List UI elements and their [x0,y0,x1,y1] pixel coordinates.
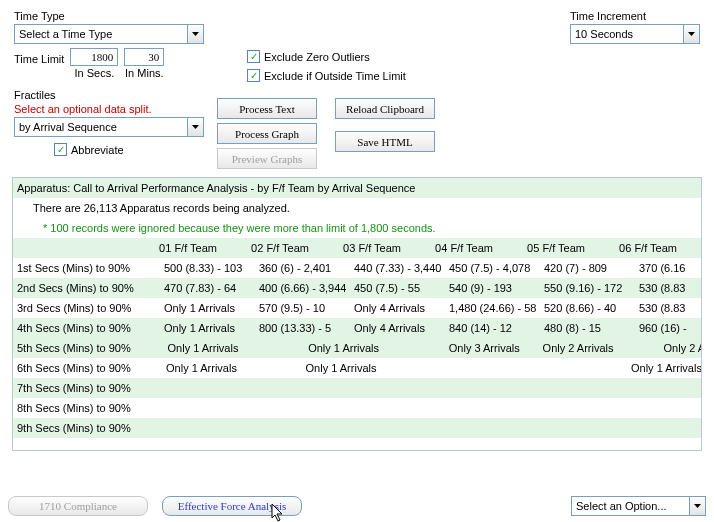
fractiles-label: Fractiles [14,89,209,101]
time-limit-label: Time Limit [14,53,64,65]
grid-scroll-area[interactable]: Apparatus: Call to Arrival Performance A… [13,178,701,450]
data-cell: Only 4 Arrivals [348,320,443,336]
exclude-zero-checkbox[interactable]: ✓ [247,50,260,63]
data-cell: 500 (8.33) - 103 [158,260,253,276]
data-cell [434,366,620,370]
data-cell: 440 (7.33) - 3,440 [348,260,443,276]
data-cell: Only 3 Arrivals [437,340,531,356]
row-label: 9th Secs (Mins) to 90% [13,420,158,436]
data-cell: 540 (9) - 193 [443,280,538,296]
grid-title: Apparatus: Call to Arrival Performance A… [17,182,415,194]
chevron-down-icon[interactable] [187,118,203,136]
tab-effective-force[interactable]: Effective Force Analysis [162,496,302,516]
exclude-zero-label: Exclude Zero Outliers [264,51,370,63]
results-grid: Apparatus: Call to Arrival Performance A… [12,177,702,451]
data-cell: Only 2 Arrivals [531,340,625,356]
data-cell: 470 (7.83) - 64 [158,280,253,296]
data-cell: 1,480 (24.66) - 58 [443,300,538,316]
column-header [13,246,153,250]
column-header: 03 F/f Team [337,240,429,256]
column-header: 05 F/f Team [521,240,613,256]
row-label: 4th Secs (Mins) to 90% [13,320,158,336]
fractiles-select[interactable]: by Arrival Sequence [14,117,204,137]
data-cell [155,386,701,390]
data-cell: 530 (8.83 [633,280,701,296]
row-label: 7th Secs (Mins) to 90% [13,380,155,396]
data-cell: 370 (6.16 [633,260,701,276]
data-cell: 840 (14) - 12 [443,320,538,336]
time-limit-mins-input[interactable] [124,48,164,66]
data-cell: 450 (7.5) - 4,078 [443,260,538,276]
data-cell: Only 2 Arrivals [625,340,701,356]
option-select[interactable]: Select an Option... [571,496,706,516]
data-cell: Only 1 Arrivals [248,360,434,376]
secs-label: In Secs. [74,67,114,79]
data-cell: Only 1 Arrivals [158,320,253,336]
row-label: 6th Secs (Mins) to 90% [13,360,155,376]
abbreviate-checkbox[interactable]: ✓ [54,143,67,156]
row-label: 5th Secs (Mins) to 90% [13,340,156,356]
time-limit-secs-input[interactable] [70,48,118,66]
time-type-select[interactable]: Select a Time Type [14,24,204,44]
preview-graphs-button: Preview Graphs [217,148,317,169]
time-type-label: Time Type [14,10,204,22]
chevron-down-icon[interactable] [683,25,699,43]
time-increment-label: Time Increment [570,10,646,22]
data-cell: 360 (6) - 2,401 [253,260,348,276]
data-cell: Only 1 Arrivals [156,340,250,356]
chevron-down-icon[interactable] [187,25,203,43]
data-cell: Only 1 Arrivals [158,300,253,316]
chevron-down-icon[interactable] [689,497,705,515]
data-cell: 530 (8.83 [633,300,701,316]
column-header: 06 F/f Team [613,240,701,256]
exclude-outside-label: Exclude if Outside Time Limit [264,70,406,82]
time-increment-select[interactable]: 10 Seconds [570,24,700,44]
data-cell: Only 1 Arrivals [620,360,701,376]
grid-subtitle: There are 26,113 Apparatus records being… [33,202,290,214]
fractiles-note: Select an optional data split. [14,103,209,115]
data-cell: Only 1 Arrivals [250,340,437,356]
reload-clipboard-button[interactable]: Reload Clipboard [335,98,435,119]
column-header: 01 F/f Team [153,240,245,256]
data-cell: 450 (7.5) - 55 [348,280,443,296]
data-cell: 570 (9.5) - 10 [253,300,348,316]
data-cell: 400 (6.66) - 3,944 [253,280,348,296]
mins-label: In Mins. [125,67,164,79]
process-graph-button[interactable]: Process Graph [217,123,317,144]
process-text-button[interactable]: Process Text [217,98,317,119]
row-label: 3rd Secs (Mins) to 90% [13,300,158,316]
grid-note: * 100 records were ignored because they … [43,222,436,234]
row-label: 2nd Secs (Mins) to 90% [13,280,158,296]
data-cell: Only 1 Arrivals [155,360,248,376]
column-header: 02 F/f Team [245,240,337,256]
row-label: 8th Secs (Mins) to 90% [13,400,158,416]
data-cell: 800 (13.33) - 5 [253,320,348,336]
abbreviate-label: Abbreviate [71,144,124,156]
column-header: 04 F/f Team [429,240,521,256]
data-cell: 960 (16) - [633,320,701,336]
tab-1710-compliance[interactable]: 1710 Compliance [8,496,148,516]
row-label: 1st Secs (Mins) to 90% [13,260,158,276]
data-cell: 550 (9.16) - 172 [538,280,633,296]
data-cell: 480 (8) - 15 [538,320,633,336]
data-cell: 420 (7) - 809 [538,260,633,276]
data-cell: Only 4 Arrivals [348,300,443,316]
data-cell: 520 (8.66) - 40 [538,300,633,316]
exclude-outside-checkbox[interactable]: ✓ [247,69,260,82]
save-html-button[interactable]: Save HTML [335,131,435,152]
